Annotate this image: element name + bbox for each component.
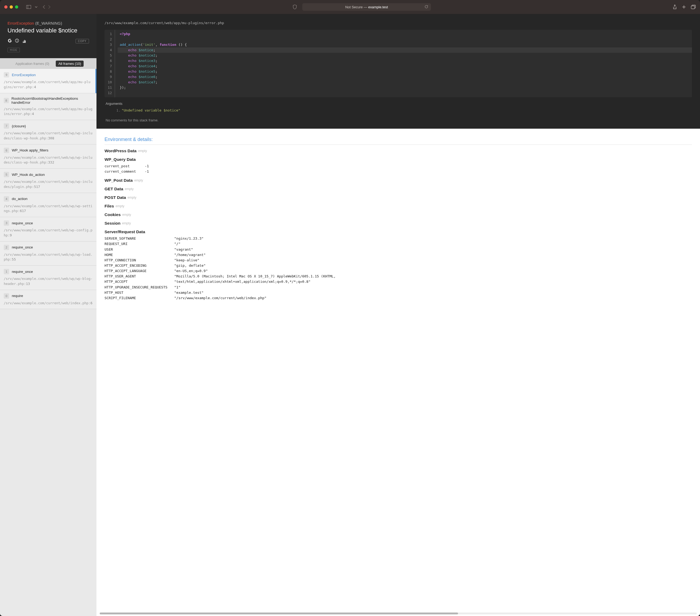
new-tab-icon[interactable] — [682, 4, 686, 9]
details-table: current_post-1current_comment-1 — [104, 163, 692, 174]
svg-rect-0 — [26, 5, 31, 9]
details-row: SCRIPT_FILENAME"/srv/www/example.com/cur… — [104, 295, 692, 301]
privacy-shield-icon[interactable] — [293, 4, 297, 9]
details-key: current_comment — [104, 169, 139, 174]
code-line: echo $notice2; — [118, 53, 692, 58]
details-value: -1 — [145, 169, 692, 174]
frame-title: WP_Hook apply_filters — [12, 148, 49, 152]
details-row: USER"vagrant" — [104, 247, 692, 252]
back-button[interactable] — [42, 5, 45, 9]
stackoverflow-search-icon[interactable] — [22, 39, 26, 44]
hide-button[interactable]: HIDE — [8, 48, 20, 52]
forward-button[interactable] — [48, 5, 51, 9]
frame-title: require_once — [12, 221, 33, 225]
details-row: HTTP_UPGRADE_INSECURE_REQUESTS"1" — [104, 285, 692, 290]
details-key: HOME — [104, 252, 169, 258]
sidebar-toggle-icon[interactable] — [26, 5, 31, 9]
frame-index: 3 — [4, 220, 9, 226]
stack-frame[interactable]: 7{closure}/srv/www/example.com/current/w… — [0, 120, 97, 145]
frame-path: /srv/www/example.com/current/web/wp/wp-i… — [4, 155, 93, 165]
frame-path: /srv/www/example.com/current/web/wp/wp-s… — [4, 204, 93, 214]
frame-title: require_once — [12, 270, 33, 274]
main-content[interactable]: /srv/www/example.com/current/web/app/mu-… — [97, 14, 700, 616]
empty-badge: empty — [122, 221, 131, 225]
frame-index: 7 — [4, 123, 9, 129]
frame-path: /srv/www/example.com/current/web/wp/wp-i… — [4, 179, 93, 189]
minimize-window-button[interactable] — [10, 5, 13, 9]
details-row: HTTP_ACCEPT_LANGUAGE"en-US,en;q=0.9" — [104, 268, 692, 274]
stack-frame[interactable]: 6WP_Hook apply_filters/srv/www/example.c… — [0, 145, 97, 169]
duckduckgo-search-icon[interactable] — [15, 38, 19, 44]
stack-frame[interactable]: 2require_once/srv/www/example.com/curren… — [0, 242, 97, 266]
frame-path: /srv/www/example.com/current/web/wp/wp-b… — [4, 276, 93, 286]
code-line — [118, 90, 692, 96]
dropdown-icon[interactable] — [35, 6, 38, 8]
empty-badge: empty — [125, 187, 134, 191]
details-value: "keep-alive" — [174, 258, 692, 263]
horizontal-scrollbar[interactable] — [100, 613, 697, 614]
google-search-icon[interactable] — [8, 38, 12, 44]
details-key: HTTP_ACCEPT — [104, 279, 169, 284]
details-value: -1 — [145, 163, 692, 169]
svg-point-3 — [15, 39, 19, 42]
close-window-button[interactable] — [4, 5, 8, 9]
details-panel: Environment & details: WordPress Data em… — [97, 129, 700, 323]
browser-toolbar: Not Secure — example.test — [0, 0, 700, 14]
details-section-title: Server/Request Data — [104, 230, 692, 234]
source-code: 123456789101112 <?phpadd_action('init', … — [104, 30, 692, 97]
tab-all-frames[interactable]: All frames (10) — [56, 61, 84, 67]
code-line: add_action('init', function () { — [118, 42, 692, 47]
code-line: echo $notice3; — [118, 58, 692, 63]
tab-application-frames[interactable]: Application frames (0) — [13, 61, 52, 67]
address-bar[interactable]: Not Secure — example.test — [302, 3, 431, 11]
details-key: HTTP_UPGRADE_INSECURE_REQUESTS — [104, 285, 169, 290]
details-key: USER — [104, 247, 169, 252]
empty-badge: empty — [134, 178, 143, 182]
stack-frame[interactable]: 8Roots\Acorn\Bootstrap\HandleExceptions … — [0, 93, 97, 120]
stack-frame[interactable]: 1require_once/srv/www/example.com/curren… — [0, 266, 97, 290]
copy-button[interactable]: COPY — [76, 39, 89, 44]
details-row: HTTP_ACCEPT"text/html,application/xhtml+… — [104, 279, 692, 284]
details-section-title: GET Data empty — [104, 187, 692, 192]
code-panel: /srv/www/example.com/current/web/app/mu-… — [97, 14, 700, 129]
arguments-heading: Arguments — [104, 100, 692, 108]
details-table: SERVER_SOFTWARE"nginx/1.23.3"REQUEST_URI… — [104, 236, 692, 301]
frame-path: /srv/www/example.com/current/web/app/mu-… — [4, 107, 93, 117]
svg-rect-2 — [691, 6, 695, 9]
details-value: "/home/vagrant" — [174, 252, 692, 258]
details-section-title: Files empty — [104, 204, 692, 209]
stack-frame[interactable]: 4do_action/srv/www/example.com/current/w… — [0, 193, 97, 218]
stack-frame[interactable]: 0require/srv/www/example.com/current/web… — [0, 290, 97, 309]
stack-frame[interactable]: 5WP_Hook do_action/srv/www/example.com/c… — [0, 169, 97, 193]
frame-filter-tabs: Application frames (0) All frames (10) — [0, 58, 97, 69]
code-lines: <?phpadd_action('init', function () { ec… — [115, 30, 692, 97]
fullscreen-window-button[interactable] — [15, 5, 18, 9]
details-key: HTTP_USER_AGENT — [104, 274, 169, 279]
code-line: echo $notice; — [118, 47, 692, 53]
exception-class: ErrorException — [8, 21, 34, 25]
frame-title: do_action — [12, 197, 28, 201]
stack-frame[interactable]: 3require_once/srv/www/example.com/curren… — [0, 217, 97, 242]
frame-index: 9 — [4, 72, 9, 77]
frame-index: 2 — [4, 245, 9, 250]
stack-frame[interactable]: 9ErrorException/srv/www/example.com/curr… — [0, 69, 97, 93]
details-value: "gzip, deflate" — [174, 263, 692, 268]
line-gutter: 123456789101112 — [104, 30, 115, 97]
details-row: SERVER_SOFTWARE"nginx/1.23.3" — [104, 236, 692, 241]
source-file-path: /srv/www/example.com/current/web/app/mu-… — [104, 21, 692, 25]
code-line: echo $notice5; — [118, 69, 692, 74]
details-key: current_post — [104, 163, 139, 169]
tabs-overview-icon[interactable] — [691, 4, 696, 9]
no-comments-label: No comments for this stack frame. — [104, 112, 692, 123]
code-line: echo $notice4; — [118, 63, 692, 69]
details-row: HTTP_USER_AGENT"Mozilla/5.0 (Macintosh; … — [104, 274, 692, 279]
share-icon[interactable] — [673, 4, 677, 9]
frames-list[interactable]: 9ErrorException/srv/www/example.com/curr… — [0, 69, 97, 616]
details-value: "vagrant" — [174, 247, 692, 252]
exception-message: Undefined variable $notice — [8, 27, 89, 34]
reload-icon[interactable] — [425, 5, 428, 9]
details-key: HTTP_CONNECTION — [104, 258, 169, 263]
arguments-list: 1."Undefined variable $notice" — [104, 108, 692, 112]
empty-badge: empty — [138, 149, 147, 153]
exception-type: (E_WARNING) — [35, 21, 62, 25]
